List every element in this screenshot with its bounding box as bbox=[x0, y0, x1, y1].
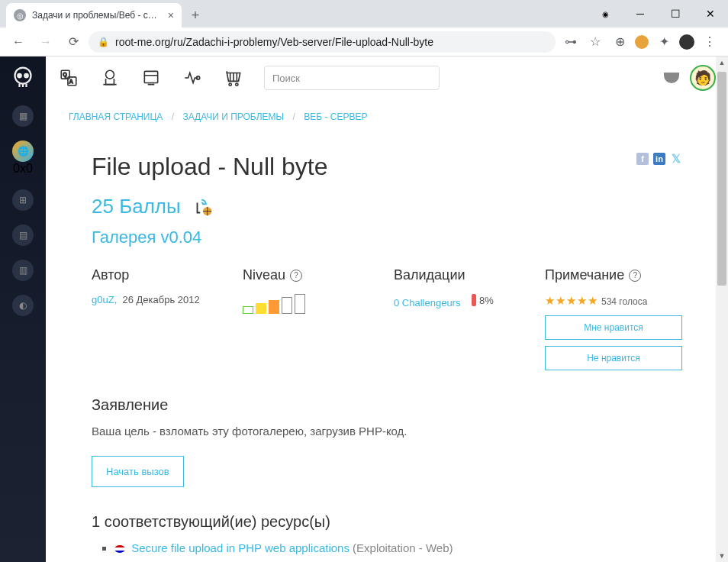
breadcrumb: ГЛАВНАЯ СТРАНИЦА / ЗАДАЧИ И ПРОБЛЕМЫ / В… bbox=[46, 99, 728, 130]
resources-header: 1 соответствующий(ие) ресурс(ы) bbox=[92, 513, 682, 531]
diff-bar-2 bbox=[256, 303, 266, 314]
facebook-icon[interactable]: f bbox=[636, 153, 649, 165]
back-button[interactable]: ← bbox=[6, 30, 31, 54]
sidebar-item-globe[interactable]: 🌐 bbox=[12, 140, 34, 162]
ext-icon-1[interactable]: ⊕ bbox=[610, 33, 629, 51]
content-area: ▦ 🌐 0x0 ⊞ ▤ ▥ ◐ ▲ ▼ QA Поиск 🧑 bbox=[0, 57, 728, 562]
challengers-link[interactable]: 0 Challengeurs bbox=[394, 297, 460, 308]
url-text: root-me.org/ru/Zadachi-i-problemy/Veb-se… bbox=[115, 36, 433, 48]
scroll-thumb[interactable] bbox=[717, 72, 726, 286]
scrollbar[interactable]: ▲ ▼ bbox=[716, 57, 728, 562]
meta-note: Примечание ? ★★★★★534 голоса Мне нравитс… bbox=[545, 267, 682, 370]
topbar-icon-qa[interactable]: QA bbox=[58, 67, 79, 89]
svg-point-11 bbox=[236, 83, 238, 86]
topbar-icon-community[interactable] bbox=[99, 67, 121, 89]
diff-bar-4 bbox=[282, 297, 292, 314]
scroll-down-icon[interactable]: ▼ bbox=[716, 550, 728, 562]
svg-text:A: A bbox=[69, 79, 73, 84]
linkedin-icon[interactable]: in bbox=[653, 153, 665, 165]
lock-icon: 🔒 bbox=[98, 37, 109, 47]
meta-validations: Валидации 0 Challengeurs 8% bbox=[394, 267, 530, 370]
tab-favicon: ◎ bbox=[14, 9, 26, 21]
challenge-page: File upload - Null byte f in 𝕏 25 Баллы … bbox=[69, 137, 705, 562]
rating-stars: ★★★★★ bbox=[545, 294, 598, 307]
extensions-icon[interactable]: ✦ bbox=[655, 33, 673, 51]
author-link[interactable]: g0uZ, bbox=[92, 294, 117, 305]
resource-item: Secure file upload in PHP web applicatio… bbox=[114, 541, 682, 554]
meta-row: Автор g0uZ, 26 Декабрь 2012 Niveau ? bbox=[92, 267, 682, 370]
url-field[interactable]: 🔒 root-me.org/ru/Zadachi-i-problemy/Veb-… bbox=[89, 31, 556, 53]
breadcrumb-category[interactable]: ЗАДАЧИ И ПРОБЛЕМЫ bbox=[182, 111, 284, 122]
search-placeholder: Поиск bbox=[272, 73, 300, 84]
reload-button[interactable]: ⟳ bbox=[61, 30, 85, 54]
key-icon[interactable]: ⊶ bbox=[562, 33, 580, 51]
user-avatar[interactable]: 🧑 bbox=[690, 65, 716, 91]
site-topbar: QA Поиск 🧑 bbox=[46, 57, 728, 99]
menu-icon[interactable]: ⋮ bbox=[701, 33, 719, 51]
dislike-button[interactable]: Не нравится bbox=[545, 346, 682, 370]
note-header: Примечание bbox=[545, 267, 624, 283]
level-header: Niveau bbox=[243, 267, 285, 283]
notifications-icon[interactable] bbox=[664, 73, 679, 83]
social-share: f in 𝕏 bbox=[636, 153, 682, 165]
maximize-button[interactable]: ☐ bbox=[658, 0, 693, 27]
site-sidebar: ▦ 🌐 0x0 ⊞ ▤ ▥ ◐ bbox=[0, 57, 46, 562]
breadcrumb-sep: / bbox=[293, 111, 295, 122]
close-button[interactable]: ✕ bbox=[693, 0, 728, 27]
topbar-icon-docs[interactable] bbox=[140, 67, 162, 89]
breadcrumb-home[interactable]: ГЛАВНАЯ СТРАНИЦА bbox=[69, 111, 163, 122]
validation-pct: 8% bbox=[472, 294, 494, 306]
svg-text:Q: Q bbox=[63, 72, 66, 78]
twitter-icon[interactable]: 𝕏 bbox=[670, 153, 682, 165]
resource-category: (Exploitation - Web) bbox=[353, 541, 453, 554]
topbar-icon-activity[interactable] bbox=[182, 67, 203, 89]
category-icon bbox=[192, 195, 214, 218]
ext-cookie-icon[interactable] bbox=[635, 35, 649, 49]
extension-icons: ⊶ ☆ ⊕ ✦ ⋮ bbox=[559, 33, 722, 51]
page-title: File upload - Null byte bbox=[92, 153, 327, 181]
sidebar-item-5[interactable]: ▥ bbox=[12, 260, 34, 281]
forward-button[interactable]: → bbox=[34, 30, 58, 54]
window-controls: ◉ ─ ☐ ✕ bbox=[588, 0, 728, 27]
bookmark-icon[interactable]: ☆ bbox=[586, 33, 604, 51]
help-icon[interactable]: ? bbox=[629, 270, 641, 282]
sidebar-item-6[interactable]: ◐ bbox=[12, 295, 34, 316]
meta-author: Автор g0uZ, 26 Декабрь 2012 bbox=[92, 267, 227, 370]
points-row: 25 Баллы bbox=[92, 195, 682, 218]
minimize-button[interactable]: ─ bbox=[623, 0, 658, 27]
validations-header: Валидации bbox=[394, 267, 530, 283]
meta-level: Niveau ? bbox=[243, 267, 378, 370]
sidebar-item-1[interactable]: ▦ bbox=[12, 105, 34, 127]
resources-section: 1 соответствующий(ие) ресурс(ы) Secure f… bbox=[92, 513, 682, 554]
window-titlebar: ◎ Задачи и проблемы/Веб - серве × + ◉ ─ … bbox=[0, 0, 728, 27]
logo-skull-icon[interactable] bbox=[9, 64, 37, 92]
sidebar-active-label: 0x0 bbox=[12, 162, 34, 176]
search-input[interactable]: Поиск bbox=[264, 66, 440, 90]
diff-bar-5 bbox=[295, 294, 305, 314]
challenge-date: 26 Декабрь 2012 bbox=[122, 294, 199, 305]
main-content: ▲ ▼ QA Поиск 🧑 ГЛАВНАЯ СТРАНИЦА / ЗАДАЧИ… bbox=[46, 57, 728, 562]
help-icon[interactable]: ? bbox=[290, 270, 302, 282]
svg-point-7 bbox=[106, 70, 114, 79]
statement-header: Заявление bbox=[92, 396, 682, 414]
scroll-up-icon[interactable]: ▲ bbox=[716, 57, 728, 69]
tab-close-icon[interactable]: × bbox=[168, 9, 174, 21]
start-challenge-button[interactable]: Начать вызов bbox=[92, 456, 184, 487]
challenge-subtitle: Галерея v0.04 bbox=[92, 228, 682, 247]
sidebar-item-4[interactable]: ▤ bbox=[12, 224, 34, 246]
diff-bar-3 bbox=[269, 300, 279, 314]
topbar-icon-shop[interactable] bbox=[223, 67, 244, 89]
breadcrumb-subcategory[interactable]: ВЕБ - СЕРВЕР bbox=[304, 111, 367, 122]
sidebar-item-3[interactable]: ⊞ bbox=[12, 189, 34, 211]
svg-point-1 bbox=[18, 74, 21, 78]
statement-section: Заявление Ваша цель - взломать эту фотог… bbox=[92, 396, 682, 487]
like-button[interactable]: Мне нравится bbox=[545, 315, 682, 340]
incognito-icon: ◉ bbox=[588, 0, 623, 27]
new-tab-button[interactable]: + bbox=[185, 5, 206, 26]
resource-link[interactable]: Secure file upload in PHP web applicatio… bbox=[131, 541, 350, 554]
statement-body: Ваша цель - взломать эту фотогалерею, за… bbox=[92, 425, 682, 438]
profile-avatar[interactable] bbox=[679, 34, 694, 50]
points-text: 25 Баллы bbox=[92, 195, 181, 218]
browser-tab[interactable]: ◎ Задачи и проблемы/Веб - серве × bbox=[6, 3, 182, 27]
pct-bar-icon bbox=[472, 294, 476, 306]
